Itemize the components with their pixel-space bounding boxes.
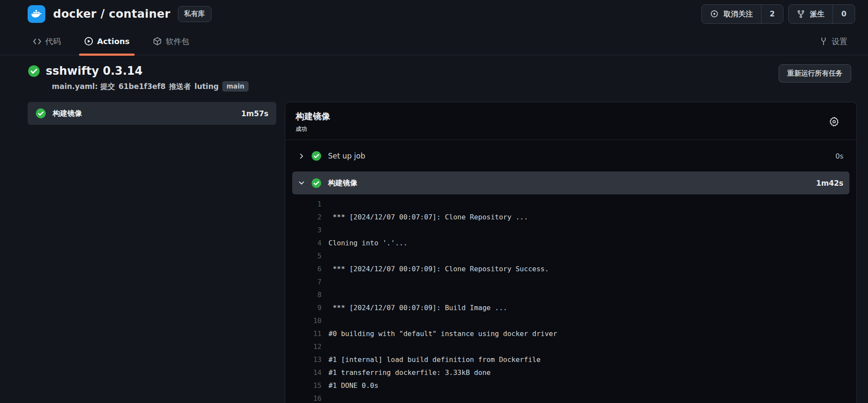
step-duration: 0s [835, 152, 843, 160]
topbar-actions: 取消关注 2 派生 0 [701, 4, 855, 24]
panel-job-title: 构建镜像 [296, 111, 330, 122]
log-line: 3 [292, 224, 849, 237]
log-line-number[interactable]: 7 [292, 276, 322, 289]
commit-sha-link[interactable]: 61be1f3ef8 [118, 82, 165, 91]
log-line: 7 [292, 276, 849, 289]
log-line: 4Cloning into '.'... [292, 237, 849, 250]
visibility-badge: 私有库 [178, 6, 211, 22]
unwatch-label: 取消关注 [723, 9, 753, 19]
log-settings-button[interactable] [828, 116, 840, 127]
log-output: 1 2 *** [2024/12/07 00:07:07]: Clone Rep… [292, 194, 849, 403]
log-line-number[interactable]: 13 [292, 353, 322, 366]
step-duration: 1m42s [816, 179, 843, 187]
tab-settings-label: 设置 [832, 36, 847, 47]
tab-code[interactable]: 代码 [31, 28, 63, 55]
log-line-number[interactable]: 16 [292, 392, 322, 403]
eye-icon [710, 10, 719, 18]
log-line: 11#0 building with "default" instance us… [292, 327, 849, 340]
step-name: Set up job [328, 152, 365, 160]
branch-badge[interactable]: main [222, 81, 249, 92]
run-info: sshwifty 0.3.14 main.yaml: 提交 61be1f3ef8… [28, 64, 249, 92]
tab-packages-label: 软件包 [166, 36, 189, 47]
jobs-sidebar: 构建镜像 1m57s [28, 102, 276, 125]
log-panel-header: 构建镜像 成功 [285, 102, 856, 140]
repo-avatar[interactable] [28, 5, 45, 23]
tab-actions[interactable]: Actions [82, 28, 131, 55]
log-line-number[interactable]: 8 [292, 289, 322, 301]
log-line-text: *** [2024/12/07 00:07:07]: Clone Reposit… [328, 211, 528, 224]
log-line: 15#1 DONE 0.0s [292, 379, 849, 392]
job-name: 构建镜像 [53, 108, 82, 118]
run-titles: sshwifty 0.3.14 main.yaml: 提交 61be1f3ef8… [46, 64, 249, 92]
fork-button[interactable]: 派生 0 [788, 4, 855, 24]
code-icon [33, 37, 41, 46]
fork-label: 派生 [810, 9, 824, 19]
gear-icon [828, 116, 840, 127]
log-line: 14#1 transferring dockerfile: 3.33kB don… [292, 366, 849, 379]
tab-settings[interactable]: 设置 [817, 28, 849, 55]
content: 构建镜像 1m57s 构建镜像 成功 [0, 102, 868, 403]
repo-tabbar: 代码 Actions 软件包 设置 [0, 28, 868, 55]
fork-count[interactable]: 0 [833, 5, 855, 23]
wrench-icon [819, 37, 828, 46]
log-line: 2 *** [2024/12/07 00:07:07]: Clone Repos… [292, 211, 849, 224]
log-line-number[interactable]: 2 [292, 211, 322, 224]
log-panel: 构建镜像 成功 [285, 102, 857, 403]
run-header: sshwifty 0.3.14 main.yaml: 提交 61be1f3ef8… [0, 55, 868, 92]
tab-actions-label: Actions [97, 37, 129, 46]
log-line-number[interactable]: 9 [292, 301, 322, 314]
rerun-all-button[interactable]: 重新运行所有任务 [779, 64, 851, 83]
pusher-name[interactable]: luting [195, 82, 219, 91]
tab-code-label: 代码 [45, 36, 61, 47]
job-success-icon [35, 108, 46, 119]
play-circle-icon [84, 37, 93, 46]
log-line-text: #1 DONE 0.0s [328, 379, 379, 392]
log-line: 5 [292, 250, 849, 263]
chevron-down-icon [298, 180, 305, 186]
log-line-number[interactable]: 6 [292, 263, 322, 276]
log-line: 12 [292, 340, 849, 353]
log-line-text: *** [2024/12/07 00:07:09]: Build Image .… [328, 301, 507, 314]
log-line-number[interactable]: 1 [292, 198, 322, 211]
log-line-text: Cloning into '.'... [328, 237, 407, 250]
repo-title[interactable]: docker / container [53, 7, 170, 20]
log-line: 1 [292, 198, 849, 211]
log-line: 16 [292, 392, 849, 403]
log-line-text: *** [2024/12/07 00:07:09]: Clone Reposit… [328, 263, 549, 276]
step-success-icon [311, 178, 322, 188]
run-subtitle: main.yaml: 提交 61be1f3ef8 推送者 luting main [52, 81, 249, 92]
log-line: 10 [292, 314, 849, 327]
log-line-number[interactable]: 12 [292, 340, 322, 353]
log-line-text: #1 [internal] load build definition from… [328, 353, 540, 366]
log-line: 9 *** [2024/12/07 00:07:09]: Build Image… [292, 301, 849, 314]
log-line-number[interactable]: 15 [292, 379, 322, 392]
log-line-number[interactable]: 11 [292, 327, 322, 340]
panel-titles: 构建镜像 成功 [296, 111, 330, 133]
topbar: docker / container 私有库 取消关注 2 [0, 0, 868, 28]
log-line-number[interactable]: 3 [292, 224, 322, 237]
job-duration: 1m57s [241, 109, 268, 118]
pusher-prefix: 推送者 [169, 82, 191, 92]
log-line-text: #1 transferring dockerfile: 3.33kB done [328, 366, 491, 379]
step-name: 构建镜像 [328, 178, 357, 188]
tab-packages[interactable]: 软件包 [151, 28, 191, 55]
fork-icon [797, 10, 805, 18]
step-build-image[interactable]: 构建镜像 1m42s [292, 171, 849, 194]
log-line: 6 *** [2024/12/07 00:07:09]: Clone Repos… [292, 263, 849, 276]
commit-prefix: main.yaml: 提交 [52, 82, 115, 92]
log-line-number[interactable]: 5 [292, 250, 322, 263]
log-line: 8 [292, 289, 849, 301]
panel-job-status: 成功 [296, 125, 330, 133]
log-line-number[interactable]: 4 [292, 237, 322, 250]
log-line-number[interactable]: 14 [292, 366, 322, 379]
chevron-right-icon [298, 153, 305, 159]
step-setup-job[interactable]: Set up job 0s [292, 145, 849, 167]
page: { "colors": { "accent": "#f07850", "succ… [0, 0, 868, 403]
log-line-number[interactable]: 10 [292, 314, 322, 327]
log-line: 13#1 [internal] load build definition fr… [292, 353, 849, 366]
unwatch-button[interactable]: 取消关注 2 [701, 4, 783, 24]
watch-count[interactable]: 2 [761, 5, 783, 23]
job-item-build-image[interactable]: 构建镜像 1m57s [28, 102, 276, 125]
log-line-text: #0 building with "default" instance usin… [328, 327, 557, 340]
run-success-icon [28, 65, 40, 92]
